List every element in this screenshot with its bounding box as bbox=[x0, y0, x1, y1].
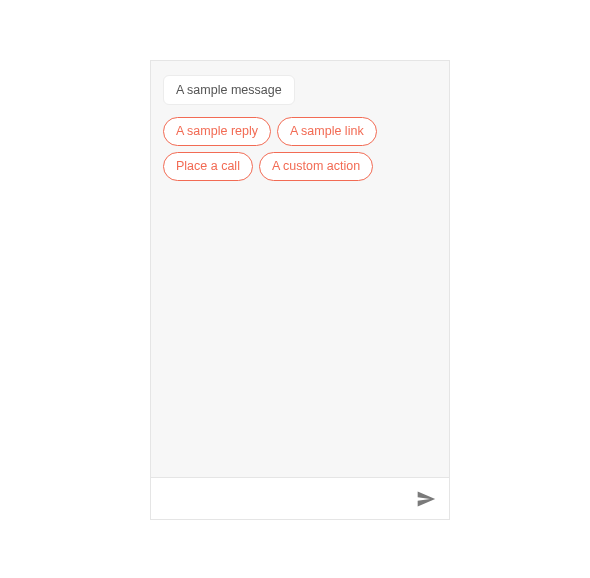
composer bbox=[151, 477, 449, 519]
quick-reply-label: A custom action bbox=[272, 159, 360, 174]
message-bubble: A sample message bbox=[163, 75, 295, 105]
quick-replies: A sample reply A sample link Place a cal… bbox=[163, 117, 437, 181]
quick-reply-custom-action[interactable]: A custom action bbox=[259, 152, 373, 181]
quick-reply-label: Place a call bbox=[176, 159, 240, 174]
send-icon bbox=[416, 489, 436, 509]
quick-reply-sample-reply[interactable]: A sample reply bbox=[163, 117, 271, 146]
chat-widget: A sample message A sample reply A sample… bbox=[150, 60, 450, 520]
quick-reply-sample-link[interactable]: A sample link bbox=[277, 117, 377, 146]
message-text: A sample message bbox=[176, 83, 282, 97]
messages-area: A sample message A sample reply A sample… bbox=[151, 61, 449, 477]
quick-reply-label: A sample reply bbox=[176, 124, 258, 139]
quick-reply-label: A sample link bbox=[290, 124, 364, 139]
quick-reply-place-call[interactable]: Place a call bbox=[163, 152, 253, 181]
send-button[interactable] bbox=[413, 486, 439, 512]
